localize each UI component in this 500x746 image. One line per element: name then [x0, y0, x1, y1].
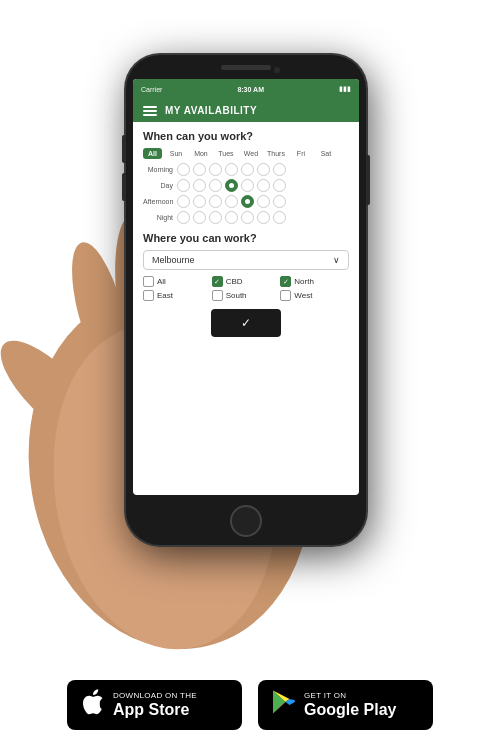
sun-label: Sun: [165, 150, 187, 157]
morning-radios: [177, 163, 286, 176]
morning-radio-5[interactable]: [257, 163, 270, 176]
afternoon-radio-4[interactable]: [241, 195, 254, 208]
apple-store-text: Download on the App Store: [113, 691, 197, 719]
afternoon-radio-2[interactable]: [209, 195, 222, 208]
all-days-button[interactable]: All: [143, 148, 162, 159]
afternoon-label: Afternoon: [143, 198, 173, 205]
hamburger-menu[interactable]: [143, 106, 157, 116]
morning-radio-0[interactable]: [177, 163, 190, 176]
day-radio-3[interactable]: [225, 179, 238, 192]
google-store-sub: GET IT ON: [304, 691, 396, 700]
morning-radio-1[interactable]: [193, 163, 206, 176]
mon-label: Mon: [190, 150, 212, 157]
app-header: MY AVAILABILITY: [133, 99, 359, 122]
south-checkbox[interactable]: [212, 290, 223, 301]
night-radio-2[interactable]: [209, 211, 222, 224]
south-checkbox-label: South: [226, 291, 247, 300]
area-all[interactable]: All: [143, 276, 212, 287]
day-radio-5[interactable]: [257, 179, 270, 192]
day-row: Day: [143, 179, 349, 192]
location-dropdown[interactable]: Melbourne ∨: [143, 250, 349, 270]
apple-store-sub: Download on the: [113, 691, 197, 700]
all-checkbox[interactable]: [143, 276, 154, 287]
google-store-text: GET IT ON Google Play: [304, 691, 396, 719]
day-radios: [177, 179, 286, 192]
night-row: Night: [143, 211, 349, 224]
afternoon-radio-1[interactable]: [193, 195, 206, 208]
north-checkbox-label: North: [294, 277, 314, 286]
day-radio-0[interactable]: [177, 179, 190, 192]
location-text: Melbourne: [152, 255, 195, 265]
night-radio-4[interactable]: [241, 211, 254, 224]
night-radio-1[interactable]: [193, 211, 206, 224]
morning-row: Morning: [143, 163, 349, 176]
area-south[interactable]: South: [212, 290, 281, 301]
status-bar: Carrier 8:30 AM ▮▮▮: [133, 79, 359, 99]
phone-frame: Carrier 8:30 AM ▮▮▮ MY AVAILABILITY When…: [126, 55, 366, 545]
afternoon-radios: [177, 195, 286, 208]
west-checkbox-label: West: [294, 291, 312, 300]
area-east[interactable]: East: [143, 290, 212, 301]
apple-store-button[interactable]: Download on the App Store: [67, 680, 242, 730]
thurs-label: Thurs: [265, 150, 287, 157]
night-label: Night: [143, 214, 173, 221]
east-checkbox-label: East: [157, 291, 173, 300]
afternoon-radio-6[interactable]: [273, 195, 286, 208]
night-radio-3[interactable]: [225, 211, 238, 224]
north-checkbox[interactable]: [280, 276, 291, 287]
wed-label: Wed: [240, 150, 262, 157]
apple-icon: [81, 688, 105, 722]
day-radio-2[interactable]: [209, 179, 222, 192]
area-cbd[interactable]: CBD: [212, 276, 281, 287]
night-radio-5[interactable]: [257, 211, 270, 224]
day-selector: All Sun Mon Tues Wed Thurs Fri Sat Morni…: [143, 148, 349, 224]
google-play-icon: [272, 688, 296, 722]
app-title: MY AVAILABILITY: [165, 105, 257, 116]
day-header: All Sun Mon Tues Wed Thurs Fri Sat: [143, 148, 349, 159]
morning-label: Morning: [143, 166, 173, 173]
day-radio-6[interactable]: [273, 179, 286, 192]
afternoon-radio-3[interactable]: [225, 195, 238, 208]
morning-radio-6[interactable]: [273, 163, 286, 176]
where-section: Where you can work? Melbourne ∨ All: [143, 232, 349, 337]
morning-radio-4[interactable]: [241, 163, 254, 176]
day-label-row: Day: [143, 182, 173, 189]
area-north[interactable]: North: [280, 276, 349, 287]
sat-label: Sat: [315, 150, 337, 157]
afternoon-radio-5[interactable]: [257, 195, 270, 208]
morning-radio-3[interactable]: [225, 163, 238, 176]
battery-icon: ▮▮▮: [339, 85, 351, 93]
phone-screen: Carrier 8:30 AM ▮▮▮ MY AVAILABILITY When…: [133, 79, 359, 495]
afternoon-row: Afternoon: [143, 195, 349, 208]
cbd-checkbox[interactable]: [212, 276, 223, 287]
night-radio-0[interactable]: [177, 211, 190, 224]
chevron-down-icon: ∨: [333, 255, 340, 265]
east-checkbox[interactable]: [143, 290, 154, 301]
day-radio-4[interactable]: [241, 179, 254, 192]
all-checkbox-label: All: [157, 277, 166, 286]
area-checkboxes: All CBD North East: [143, 276, 349, 301]
west-checkbox[interactable]: [280, 290, 291, 301]
when-title: When can you work?: [143, 130, 349, 142]
night-radio-6[interactable]: [273, 211, 286, 224]
cbd-checkbox-label: CBD: [226, 277, 243, 286]
apple-store-name: App Store: [113, 700, 197, 719]
where-title: Where you can work?: [143, 232, 349, 244]
confirm-button[interactable]: ✓: [211, 309, 281, 337]
morning-radio-2[interactable]: [209, 163, 222, 176]
google-store-button[interactable]: GET IT ON Google Play: [258, 680, 433, 730]
google-store-name: Google Play: [304, 700, 396, 719]
tues-label: Tues: [215, 150, 237, 157]
time-text: 8:30 AM: [237, 86, 264, 93]
night-radios: [177, 211, 286, 224]
carrier-text: Carrier: [141, 86, 162, 93]
day-radio-1[interactable]: [193, 179, 206, 192]
screen-content: When can you work? All Sun Mon Tues Wed …: [133, 122, 359, 492]
store-buttons: Download on the App Store GET IT ON Goog…: [67, 680, 433, 730]
fri-label: Fri: [290, 150, 312, 157]
area-west[interactable]: West: [280, 290, 349, 301]
afternoon-radio-0[interactable]: [177, 195, 190, 208]
